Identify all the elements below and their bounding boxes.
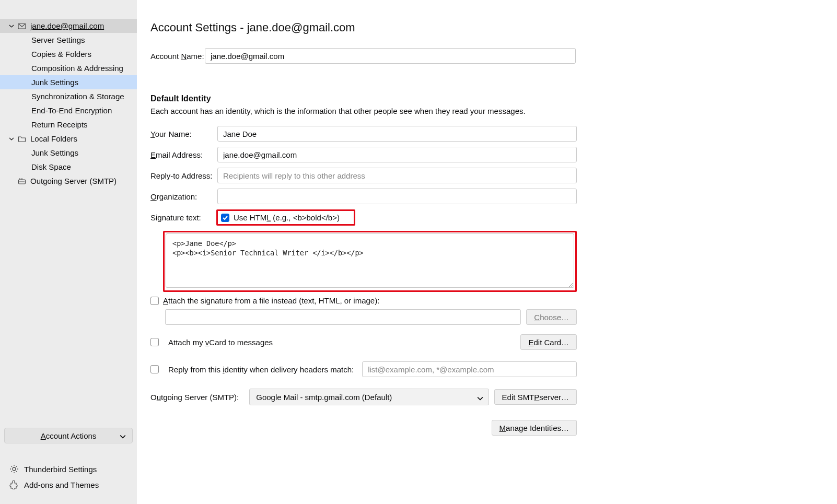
tree-outgoing-smtp[interactable]: Outgoing Server (SMTP) [0,174,137,188]
local-folders-label: Local Folders [30,134,77,143]
textarea-signature[interactable] [166,233,574,288]
label-account-name: Account Name: [150,52,205,61]
tree-item-disk-space[interactable]: Disk Space [0,160,137,174]
svg-point-2 [13,467,16,471]
choose-button[interactable]: Choose… [526,309,577,325]
row-reply-to: Reply-to Address: [150,168,816,183]
section-title-identity: Default Identity [150,94,816,103]
highlight-use-html: Use HTML (e.g., <b>bold</b>) [216,209,355,226]
row-your-name: Your Name: [150,126,816,142]
chevron-down-icon [8,136,15,142]
thunderbird-settings-label: Thunderbird Settings [24,465,97,474]
input-your-name[interactable] [217,126,577,142]
input-signature-file[interactable] [165,309,521,325]
folder-icon [18,135,26,143]
checkbox-attach-file[interactable] [150,297,159,305]
account-actions-label: Account Actions [41,431,97,440]
highlight-signature-area [163,231,577,292]
tree-account-root[interactable]: jane.doe@gmail.com [0,19,137,33]
tree-item-copies-folders[interactable]: Copies & Folders [0,47,137,61]
row-attach-file: Attach the signature from a file instead… [150,296,816,305]
input-account-name[interactable] [205,48,576,64]
manage-identities-button[interactable]: Manage Identities… [492,420,577,436]
select-smtp-value: Google Mail - smtp.gmail.com (Default) [256,393,392,402]
account-root-label: jane.doe@gmail.com [30,21,104,30]
section-desc-identity: Each account has an identity, which is t… [150,107,816,115]
tree-item-return-receipts[interactable]: Return Receipts [0,118,137,132]
mail-account-icon [18,22,26,30]
addons-themes-link[interactable]: Add-ons and Themes [4,477,133,493]
tree-item-sync-storage[interactable]: Synchronization & Storage [0,89,137,103]
chevron-down-icon [8,23,15,29]
select-smtp[interactable]: Google Mail - smtp.gmail.com (Default) [249,389,489,405]
account-actions-button[interactable]: Account Actions [4,428,133,443]
row-email: Email Address: [150,147,816,162]
account-tree: jane.doe@gmail.com Server Settings Copie… [0,19,137,425]
label-email: Email Address: [150,150,217,159]
row-attach-file-input: Choose… [165,309,577,325]
input-organization[interactable] [217,189,577,204]
label-attach-file: Attach the signature from a file instead… [163,296,379,305]
label-reply-to: Reply-to Address: [150,171,217,180]
row-account-name: Account Name: [150,48,816,64]
input-reply-identity[interactable] [362,361,577,377]
tree-item-server-settings[interactable]: Server Settings [0,33,137,47]
checkbox-attach-vcard[interactable] [150,338,159,346]
input-email[interactable] [217,147,577,162]
row-manage-identities: Manage Identities… [150,420,577,436]
row-organization: Organization: [150,189,816,204]
chevron-down-icon [477,394,483,403]
puzzle-icon [9,480,19,489]
label-signature: Signature text: [150,213,217,222]
sidebar: jane.doe@gmail.com Server Settings Copie… [0,0,137,504]
tree-item-local-junk[interactable]: Junk Settings [0,146,137,160]
row-vcard: Attach my vCard to messages Edit Card… [150,334,577,350]
row-signature: Signature text: Use HTML (e.g., <b>bold<… [150,209,816,226]
edit-smtp-button[interactable]: Edit SMTP server… [494,389,577,405]
gear-icon [9,464,19,474]
main-content: Account Settings - jane.doe@gmail.com Ac… [137,0,837,504]
input-reply-to[interactable] [217,168,577,183]
label-reply-identity: Reply from this identity when delivery h… [168,365,354,374]
addons-themes-label: Add-ons and Themes [24,480,99,489]
label-your-name: Your Name: [150,130,217,138]
sidebar-footer: Account Actions Thunderbird Settings Add… [0,425,137,504]
outgoing-label: Outgoing Server (SMTP) [30,177,117,185]
label-organization: Organization: [150,192,217,201]
checkbox-use-html[interactable] [221,214,229,222]
page-title: Account Settings - jane.doe@gmail.com [150,21,816,34]
label-use-html: Use HTML (e.g., <b>bold</b>) [234,213,340,222]
row-smtp: Outgoing Server (SMTP): Google Mail - sm… [150,389,577,405]
outgoing-icon [18,177,26,185]
tree-local-folders[interactable]: Local Folders [0,132,137,146]
tree-item-e2e-encryption[interactable]: End-To-End Encryption [0,103,137,118]
tree-item-composition[interactable]: Composition & Addressing [0,61,137,75]
chevron-down-icon [120,432,126,441]
checkbox-reply-identity[interactable] [150,365,159,373]
label-smtp: Outgoing Server (SMTP): [150,393,239,402]
label-attach-vcard: Attach my vCard to messages [168,338,273,347]
row-reply-identity: Reply from this identity when delivery h… [150,361,577,377]
thunderbird-settings-link[interactable]: Thunderbird Settings [4,461,133,477]
edit-card-button[interactable]: Edit Card… [520,334,577,350]
tree-item-junk-settings[interactable]: Junk Settings [0,75,137,89]
